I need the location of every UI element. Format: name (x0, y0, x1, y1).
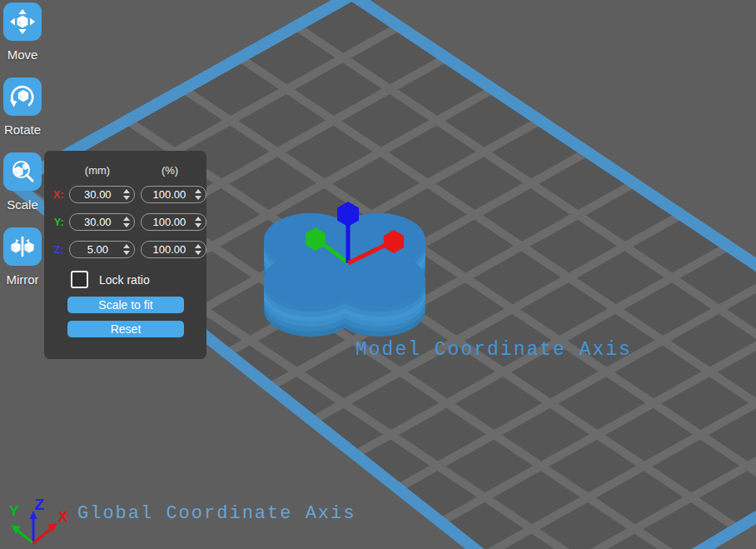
tool-mirror[interactable]: Mirror (2, 227, 43, 287)
y-percent-stepper[interactable] (195, 213, 201, 231)
z-axis-label: Z: (49, 243, 64, 256)
mirror-icon (9, 233, 36, 260)
tool-move[interactable]: Move (2, 2, 43, 62)
stepper-up-icon[interactable] (123, 244, 130, 248)
tool-scale[interactable]: Scale (2, 152, 43, 212)
stepper-down-icon[interactable] (195, 196, 201, 200)
gizmo-x-label: X (58, 508, 67, 527)
rotate-label: Rotate (2, 122, 43, 137)
x-axis-label: X: (49, 188, 64, 201)
rotate-icon (9, 83, 36, 110)
scale-panel-header: (mm) (%) (64, 164, 206, 177)
y-mm-stepper[interactable] (123, 213, 130, 231)
tool-rotate[interactable]: Rotate (2, 77, 43, 137)
y-axis-label: Y: (49, 216, 64, 228)
gizmo-y-label: Y (9, 502, 18, 521)
move-button[interactable] (3, 2, 42, 41)
scale-row-z: Z: (49, 240, 206, 259)
scale-panel: (mm) (%) X: Y: (44, 151, 206, 359)
scale-icon (9, 158, 36, 185)
scale-to-fit-button[interactable]: Scale to fit (67, 297, 184, 313)
scale-row-y: Y: (49, 212, 206, 232)
move-label: Move (2, 47, 43, 62)
reset-button[interactable]: Reset (67, 321, 184, 337)
scale-button[interactable] (3, 152, 42, 191)
stepper-down-icon[interactable] (123, 223, 130, 227)
z-mm-stepper[interactable] (123, 241, 130, 258)
gizmo-z-label: Z (34, 496, 45, 515)
x-percent-stepper[interactable] (195, 186, 201, 203)
stepper-up-icon[interactable] (123, 189, 130, 193)
rotate-button[interactable] (3, 77, 42, 116)
stepper-down-icon[interactable] (123, 251, 130, 255)
mirror-label: Mirror (2, 272, 43, 287)
stepper-up-icon[interactable] (123, 217, 130, 221)
column-pct-label: (%) (137, 164, 203, 177)
scale-row-x: X: (49, 185, 206, 204)
lock-ratio-label: Lock ratio (99, 273, 150, 287)
model-axis-label: Model Coordinate Axis (356, 339, 632, 361)
lock-ratio-checkbox[interactable] (71, 271, 88, 288)
z-percent-stepper[interactable] (195, 241, 201, 258)
stepper-up-icon[interactable] (195, 189, 201, 193)
global-axis-label: Global Coordinate Axis (77, 503, 356, 524)
stepper-up-icon[interactable] (195, 244, 201, 248)
stepper-up-icon[interactable] (195, 217, 201, 221)
stepper-down-icon[interactable] (195, 251, 201, 255)
move-icon (9, 8, 36, 35)
x-mm-stepper[interactable] (123, 186, 130, 203)
stepper-down-icon[interactable] (195, 223, 201, 227)
scale-label: Scale (2, 197, 43, 212)
stepper-down-icon[interactable] (123, 196, 130, 200)
mirror-button[interactable] (3, 227, 42, 266)
column-mm-label: (mm) (64, 164, 131, 177)
lock-ratio-row: Lock ratio (71, 271, 206, 288)
